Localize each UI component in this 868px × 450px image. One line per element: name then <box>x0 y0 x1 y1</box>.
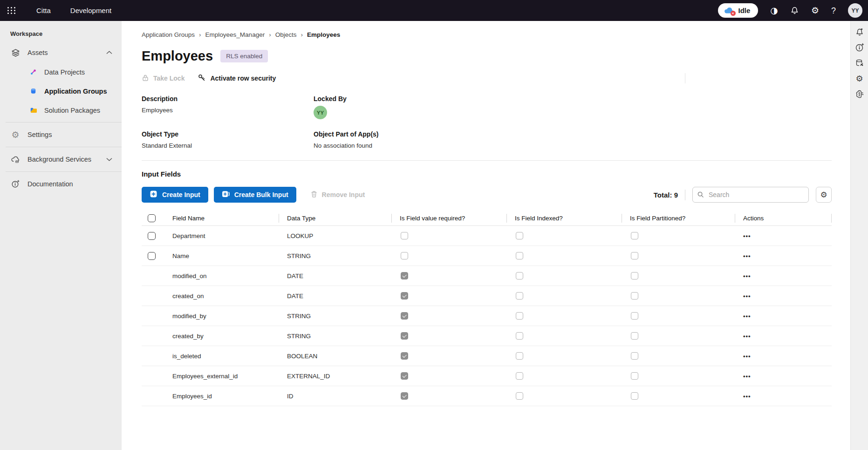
indexed-checkbox[interactable] <box>516 252 523 259</box>
required-checkbox <box>401 292 408 300</box>
required-checkbox[interactable] <box>401 252 408 259</box>
data-projects-icon <box>29 68 37 75</box>
sidebar-item-assets[interactable]: Assets <box>0 43 122 62</box>
lock-icon <box>142 74 149 83</box>
more-actions-icon[interactable]: ••• <box>743 293 751 300</box>
menu-citta[interactable]: Citta <box>36 7 51 14</box>
sidebar-item-documentation[interactable]: Documentation <box>0 174 122 194</box>
column-partitioned: Is Field Partitioned? <box>622 211 735 225</box>
create-bulk-input-button[interactable]: Create Bulk Input <box>214 187 296 203</box>
table-row: modified_by STRING ••• <box>142 306 832 326</box>
more-actions-icon[interactable]: ••• <box>743 333 751 340</box>
more-actions-icon[interactable]: ••• <box>743 313 751 320</box>
partitioned-checkbox[interactable] <box>631 352 638 360</box>
object-part-label: Object Part of App(s) <box>314 130 832 138</box>
sidebar-item-label: Data Projects <box>44 68 85 76</box>
object-type-label: Object Type <box>142 130 314 138</box>
more-actions-icon[interactable]: ••• <box>743 393 751 400</box>
object-toolbar: Take Lock Activate row security <box>142 72 832 85</box>
input-fields-actions: Create Input Create Bulk Input Remove In… <box>142 187 832 203</box>
status-error-badge: × <box>731 11 736 16</box>
indexed-checkbox[interactable] <box>516 332 523 340</box>
more-actions-icon[interactable]: ••• <box>743 252 751 259</box>
select-all-checkbox[interactable] <box>148 214 156 222</box>
cell-field-name: created_by <box>164 333 279 340</box>
sidebar-item-application-groups[interactable]: Application Groups <box>0 82 122 101</box>
cell-data-type: BOOLEAN <box>279 353 391 360</box>
partitioned-checkbox[interactable] <box>631 292 638 300</box>
cloud-status-icon: × <box>724 7 734 14</box>
rail-data-connector-icon[interactable] <box>855 59 864 68</box>
sidebar-item-background-services[interactable]: Background Services <box>0 150 122 169</box>
required-checkbox <box>401 392 408 400</box>
sidebar-item-data-projects[interactable]: Data Projects <box>0 62 122 82</box>
rls-enabled-badge: RLS enabled <box>220 50 268 62</box>
menu-development[interactable]: Development <box>70 7 111 14</box>
take-lock-button[interactable]: Take Lock <box>142 74 185 83</box>
table-row: created_by STRING ••• <box>142 326 832 346</box>
divider <box>685 190 685 200</box>
indexed-checkbox[interactable] <box>516 352 523 360</box>
total-count: Total: 9 <box>654 191 678 199</box>
partitioned-checkbox[interactable] <box>631 332 638 340</box>
create-input-button[interactable]: Create Input <box>142 187 208 203</box>
cell-data-type: STRING <box>279 313 391 320</box>
row-checkbox[interactable] <box>148 252 156 260</box>
partitioned-checkbox[interactable] <box>631 372 638 380</box>
rail-notification-bell-icon[interactable] <box>855 27 864 36</box>
table-settings-button[interactable]: ⚙ <box>816 187 832 203</box>
app-grid-icon[interactable] <box>7 7 16 14</box>
breadcrumb-employees-manager[interactable]: Employees_Manager <box>205 31 265 38</box>
more-actions-icon[interactable]: ••• <box>743 232 751 239</box>
divider <box>6 171 122 172</box>
more-actions-icon[interactable]: ••• <box>743 373 751 380</box>
user-avatar[interactable]: YY <box>848 3 862 18</box>
breadcrumb-application-groups[interactable]: Application Groups <box>142 31 195 38</box>
activate-row-security-button[interactable]: Activate row security <box>198 74 276 83</box>
partitioned-checkbox[interactable] <box>631 272 638 280</box>
partitioned-checkbox[interactable] <box>631 252 638 259</box>
cell-field-name: modified_on <box>164 273 279 280</box>
indexed-checkbox[interactable] <box>516 312 523 320</box>
search-input[interactable] <box>692 187 809 203</box>
column-data-type: Data Type <box>279 211 391 225</box>
documentation-info-icon <box>10 180 21 188</box>
row-checkbox[interactable] <box>148 232 156 240</box>
help-icon[interactable]: ? <box>831 7 836 15</box>
rail-ai-brain-icon[interactable] <box>855 89 864 99</box>
sidebar-item-label: Application Groups <box>44 88 107 95</box>
cell-field-name: created_on <box>164 293 279 300</box>
partitioned-checkbox[interactable] <box>631 312 638 320</box>
status-pill[interactable]: × Idle <box>718 3 759 18</box>
partitioned-checkbox[interactable] <box>631 232 638 239</box>
cell-field-name: is_deleted <box>164 353 279 360</box>
breadcrumb-current: Employees <box>307 31 340 38</box>
required-checkbox <box>401 352 408 360</box>
remove-input-button[interactable]: Remove Input <box>310 191 365 199</box>
remove-input-label: Remove Input <box>322 191 365 198</box>
rail-settings-gear-icon[interactable]: ⚙ <box>855 75 863 83</box>
sidebar-item-settings[interactable]: ⚙ Settings <box>0 125 122 144</box>
application-groups-icon <box>29 88 37 95</box>
breadcrumb-objects[interactable]: Objects <box>275 31 297 38</box>
gear-icon: ⚙ <box>10 130 21 139</box>
column-required: Is Field value required? <box>391 211 506 225</box>
create-input-label: Create Input <box>162 191 200 198</box>
settings-gear-icon[interactable]: ⚙ <box>811 6 819 15</box>
indexed-checkbox[interactable] <box>516 372 523 380</box>
theme-contrast-icon[interactable]: ◑ <box>770 6 778 15</box>
indexed-checkbox[interactable] <box>516 272 523 280</box>
partitioned-checkbox[interactable] <box>631 392 638 400</box>
object-type-value: Standard External <box>142 142 314 149</box>
more-actions-icon[interactable]: ••• <box>743 353 751 360</box>
rail-assistant-info-icon[interactable] <box>855 43 864 52</box>
indexed-checkbox[interactable] <box>516 292 523 300</box>
notifications-bell-icon[interactable] <box>790 6 799 16</box>
required-checkbox[interactable] <box>401 232 408 239</box>
indexed-checkbox[interactable] <box>516 392 523 400</box>
sidebar-item-solution-packages[interactable]: Solution Packages <box>0 101 122 120</box>
plus-square-icon <box>150 190 157 199</box>
more-actions-icon[interactable]: ••• <box>743 273 751 280</box>
sidebar-item-label: Assets <box>27 49 48 56</box>
indexed-checkbox[interactable] <box>516 232 523 239</box>
